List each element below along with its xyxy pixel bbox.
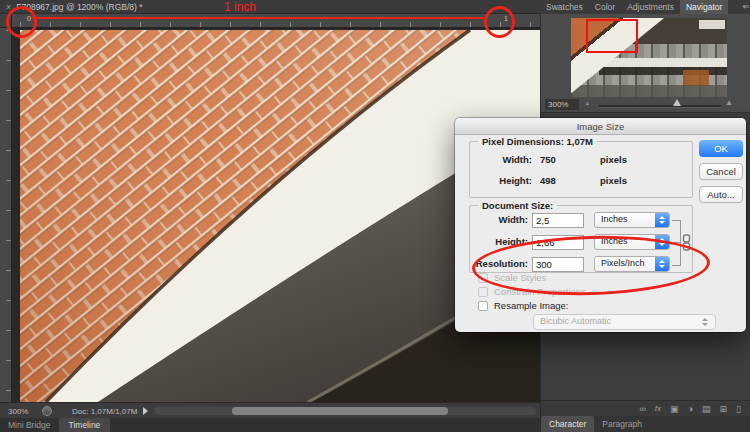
pixel-width-unit: pixels <box>600 154 627 165</box>
adjustment-layer-icon[interactable]: ◑ <box>688 402 693 416</box>
resample-method-dropdown[interactable]: Bicubic Automatic <box>533 314 716 330</box>
doc-width-unit-dropdown[interactable]: Inches <box>594 212 670 228</box>
new-layer-icon[interactable]: ⊞ <box>720 402 728 416</box>
horizontal-scrollbar[interactable] <box>154 407 536 415</box>
tab-color[interactable]: Color <box>589 0 621 14</box>
annotation-inch-line <box>31 17 484 19</box>
resample-image-row: Resample Image: <box>478 300 568 311</box>
status-badge-icon <box>42 406 52 416</box>
resample-image-checkbox[interactable] <box>478 301 488 311</box>
tab-paragraph[interactable]: Paragraph <box>594 416 650 432</box>
vertical-ruler[interactable] <box>0 28 12 402</box>
layer-mask-icon[interactable]: ▣ <box>670 402 679 416</box>
annotation-inch-label: 1 inch <box>224 0 256 14</box>
status-zoom-field[interactable]: 300% <box>8 407 28 416</box>
character-paragraph-tabs: Character Paragraph <box>541 416 750 432</box>
zoom-slider-thumb[interactable] <box>673 99 681 106</box>
ok-button[interactable]: OK <box>699 140 743 157</box>
status-menu-arrow-icon[interactable] <box>143 407 148 415</box>
bottom-panel-tabs: Mini Bridge Timeline <box>0 418 540 432</box>
resample-method-value: Bicubic Automatic <box>540 316 611 326</box>
auto-button[interactable]: Auto... <box>699 186 743 203</box>
dropdown-stepper-icon <box>655 213 669 227</box>
pixel-dimensions-group: Pixel Dimensions: 1,07M Width: 750 pixel… <box>469 141 693 198</box>
thumbnail-orange-display <box>683 70 709 86</box>
pixel-dimensions-legend: Pixel Dimensions: 1,07M <box>478 136 597 147</box>
zoom-in-icon[interactable]: ▲ <box>725 98 733 107</box>
ruler-ticks <box>20 22 540 27</box>
doc-width-unit-value: Inches <box>601 214 628 224</box>
document-tab[interactable]: × F708967.jpg @ 1200% (RGB/8) * <box>0 0 540 14</box>
layer-effects-icon[interactable]: fx <box>655 402 661 416</box>
pixel-height-unit: pixels <box>600 175 627 186</box>
zoom-slider[interactable] <box>599 105 721 108</box>
pixel-height-label: Height: <box>470 175 532 186</box>
ruler-ticks <box>6 30 11 402</box>
resample-image-label: Resample Image: <box>494 300 568 311</box>
tab-mini-bridge[interactable]: Mini Bridge <box>0 418 59 432</box>
annotation-circle-zero <box>6 6 37 38</box>
horizontal-scrollbar-thumb[interactable] <box>232 407 448 415</box>
constrain-proportions-checkbox[interactable] <box>478 287 488 297</box>
document-size-info[interactable]: Doc: 1,07M/1,07M <box>72 407 137 416</box>
navigator-view-box[interactable] <box>586 19 638 53</box>
zoom-out-icon[interactable]: ▲ <box>585 100 590 106</box>
tab-navigator[interactable]: Navigator <box>680 0 728 14</box>
tab-character[interactable]: Character <box>541 416 594 432</box>
layer-group-icon[interactable]: ▤ <box>702 402 711 416</box>
dropdown-stepper-icon <box>702 318 708 321</box>
thumbnail-sign-band <box>599 58 727 67</box>
thumbnail-top-sign <box>699 20 725 29</box>
status-bar: 300% Doc: 1,07M/1,07M <box>0 402 540 418</box>
document-size-legend: Document Size: <box>478 200 557 211</box>
panel-bottom-icons: ∞ fx ▣ ◑ ▤ ⊞ ▯ <box>541 400 750 416</box>
doc-width-label: Width: <box>470 214 528 225</box>
pixel-width-value: 750 <box>540 154 556 165</box>
document-tab-title: F708967.jpg @ 1200% (RGB/8) * <box>16 2 142 12</box>
navigator-thumbnail[interactable] <box>571 18 727 97</box>
image-size-dialog: Image Size Pixel Dimensions: 1,07M Width… <box>455 118 746 332</box>
tab-adjustments[interactable]: Adjustments <box>621 0 680 14</box>
photoshop-window: × F708967.jpg @ 1200% (RGB/8) * Swatches… <box>0 0 750 432</box>
doc-width-input[interactable] <box>532 213 584 228</box>
tab-timeline[interactable]: Timeline <box>59 418 111 432</box>
panel-menu-icon[interactable]: ▾≡ <box>742 3 748 11</box>
dropdown-stepper-icon <box>702 323 708 326</box>
pixel-height-value: 498 <box>540 175 556 186</box>
dialog-title[interactable]: Image Size <box>455 118 746 135</box>
delete-layer-icon[interactable]: ▯ <box>736 402 741 416</box>
pixel-width-label: Width: <box>470 154 532 165</box>
link-icon[interactable]: ∞ <box>639 402 645 416</box>
panel-tab-bar: Swatches Color Adjustments Navigator ▾≡ <box>540 0 750 14</box>
cancel-button[interactable]: Cancel <box>699 163 743 180</box>
tab-swatches[interactable]: Swatches <box>540 0 589 14</box>
navigator-panel: 300% ▲ ▲ <box>541 14 750 112</box>
thumbnail-floor <box>571 85 727 97</box>
annotation-circle-one <box>484 6 515 38</box>
navigator-zoom-field[interactable]: 300% <box>545 99 579 110</box>
